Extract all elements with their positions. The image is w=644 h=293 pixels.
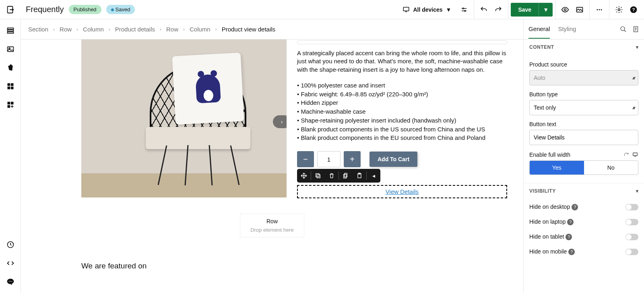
tab-styling[interactable]: Styling bbox=[558, 20, 576, 39]
hide-desktop-label: Hide on desktop? bbox=[529, 204, 578, 210]
redo-icon[interactable] bbox=[491, 0, 506, 19]
help-dot-icon[interactable]: ? bbox=[568, 249, 575, 255]
tab-general[interactable]: General bbox=[528, 20, 550, 39]
code-icon[interactable] bbox=[6, 259, 14, 267]
svg-rect-38 bbox=[634, 156, 636, 157]
svg-point-8 bbox=[599, 9, 600, 10]
drop-zone-hint: Drop element here bbox=[248, 227, 297, 233]
device-selector[interactable]: All devices ▼ bbox=[397, 6, 457, 13]
add-block-icon[interactable] bbox=[6, 101, 14, 109]
save-button[interactable]: Save bbox=[511, 3, 539, 17]
visibility-section-header[interactable]: VISIBILITY ▾ bbox=[524, 183, 644, 199]
selection-toolbar: ◂ bbox=[297, 169, 380, 183]
paste-icon[interactable] bbox=[353, 169, 366, 183]
qty-input[interactable] bbox=[317, 151, 341, 167]
crumb-4[interactable]: Row bbox=[166, 26, 178, 33]
selected-element[interactable]: View Details bbox=[297, 185, 507, 198]
saved-badge-label: Saved bbox=[116, 6, 130, 12]
bullet-item: • Blank product components in the EU sou… bbox=[297, 133, 507, 142]
svg-rect-21 bbox=[10, 87, 13, 89]
image-library-icon[interactable] bbox=[6, 45, 14, 53]
outline-icon[interactable] bbox=[6, 27, 14, 35]
crumb-3[interactable]: Product details bbox=[115, 26, 155, 33]
image-placeholder-icon[interactable] bbox=[572, 0, 587, 19]
svg-rect-13 bbox=[7, 28, 13, 29]
bullet-item: • Hidden zipper bbox=[297, 98, 507, 107]
panel-notes-icon[interactable] bbox=[632, 26, 639, 33]
help-dot-icon[interactable]: ? bbox=[566, 234, 572, 240]
hide-mobile-toggle[interactable] bbox=[625, 249, 638, 255]
svg-rect-2 bbox=[405, 11, 407, 12]
help-icon[interactable]: ? bbox=[626, 0, 641, 19]
crumb-5[interactable]: Column bbox=[190, 26, 211, 33]
help-dot-icon[interactable]: ? bbox=[567, 219, 574, 225]
hide-tablet-toggle[interactable] bbox=[625, 234, 638, 240]
undo-icon[interactable] bbox=[477, 0, 491, 19]
svg-rect-24 bbox=[7, 105, 10, 108]
collapse-left-icon[interactable]: ◂ bbox=[367, 169, 380, 183]
qty-increase-button[interactable]: + bbox=[344, 151, 361, 167]
qty-decrease-button[interactable]: − bbox=[297, 151, 314, 167]
hide-desktop-toggle[interactable] bbox=[625, 204, 638, 210]
view-details-link[interactable]: View Details bbox=[386, 188, 419, 195]
svg-point-10 bbox=[618, 8, 620, 10]
canvas[interactable]: › A strategically placed accent can brin… bbox=[21, 39, 523, 293]
svg-point-26 bbox=[8, 281, 9, 282]
settings-sliders-icon[interactable] bbox=[457, 0, 471, 19]
main: Section› Row› Column› Product details› R… bbox=[0, 19, 644, 293]
chevron-right-icon: › bbox=[109, 27, 110, 32]
left-rail bbox=[0, 19, 21, 293]
blocks-icon[interactable] bbox=[6, 82, 14, 90]
full-width-no[interactable]: No bbox=[584, 161, 638, 175]
bullet-item: • 100% polyester case and insert bbox=[297, 81, 507, 90]
duplicate-icon[interactable] bbox=[311, 169, 325, 183]
desktop-icon[interactable] bbox=[632, 152, 638, 158]
button-type-select[interactable]: Text only▴▾ bbox=[529, 100, 638, 115]
full-width-yes[interactable]: Yes bbox=[530, 161, 584, 175]
full-width-toggle: Yes No bbox=[529, 160, 638, 175]
button-text-input[interactable] bbox=[529, 130, 638, 145]
visibility-section: Hide on desktop? Hide on laptop? Hide on… bbox=[524, 199, 644, 263]
more-icon[interactable] bbox=[592, 0, 607, 19]
crumb-2[interactable]: Column bbox=[83, 26, 104, 33]
svg-rect-30 bbox=[316, 174, 319, 177]
product-image[interactable]: › bbox=[81, 39, 287, 197]
product-source-select[interactable]: Auto▴▾ bbox=[529, 70, 638, 85]
select-arrows-icon: ▴▾ bbox=[632, 105, 634, 110]
shopify-icon[interactable] bbox=[6, 64, 14, 72]
carousel-next-icon[interactable]: › bbox=[273, 115, 287, 128]
add-to-cart-button[interactable]: Add To Cart bbox=[369, 152, 417, 167]
collapse-icon: ▾ bbox=[636, 188, 639, 194]
top-bar-right: All devices ▼ Save ▼ ? bbox=[397, 0, 641, 19]
chat-icon[interactable] bbox=[6, 278, 14, 286]
svg-point-3 bbox=[463, 8, 464, 9]
product-description: A strategically placed accent can bring … bbox=[297, 49, 507, 74]
exit-icon[interactable] bbox=[5, 5, 16, 14]
chevron-right-icon: › bbox=[215, 27, 217, 32]
reset-icon[interactable] bbox=[623, 152, 630, 158]
hide-laptop-toggle[interactable] bbox=[625, 219, 638, 225]
gear-icon[interactable] bbox=[612, 0, 626, 19]
drop-zone-title: Row bbox=[248, 218, 297, 224]
svg-rect-15 bbox=[7, 32, 13, 33]
move-icon[interactable] bbox=[297, 169, 311, 183]
crumb-0[interactable]: Section bbox=[28, 26, 48, 33]
select-arrows-icon: ▴▾ bbox=[632, 75, 634, 81]
center-column: Section› Row› Column› Product details› R… bbox=[21, 19, 523, 293]
svg-point-35 bbox=[621, 27, 625, 31]
content-section-header[interactable]: CONTENT ▾ bbox=[524, 39, 644, 55]
chevron-right-icon: › bbox=[160, 27, 161, 32]
svg-rect-31 bbox=[345, 173, 347, 177]
copy-icon[interactable] bbox=[339, 169, 353, 183]
svg-point-27 bbox=[10, 281, 11, 282]
drop-zone[interactable]: Row Drop element here bbox=[240, 214, 304, 237]
panel-search-icon[interactable] bbox=[620, 26, 627, 33]
crumb-1[interactable]: Row bbox=[60, 26, 72, 33]
svg-text:?: ? bbox=[632, 7, 635, 12]
help-dot-icon[interactable]: ? bbox=[572, 204, 578, 210]
delete-icon[interactable] bbox=[325, 169, 339, 183]
save-caret-button[interactable]: ▼ bbox=[539, 3, 553, 17]
history-icon[interactable] bbox=[6, 241, 14, 249]
svg-point-5 bbox=[564, 8, 566, 10]
preview-eye-icon[interactable] bbox=[558, 0, 572, 19]
